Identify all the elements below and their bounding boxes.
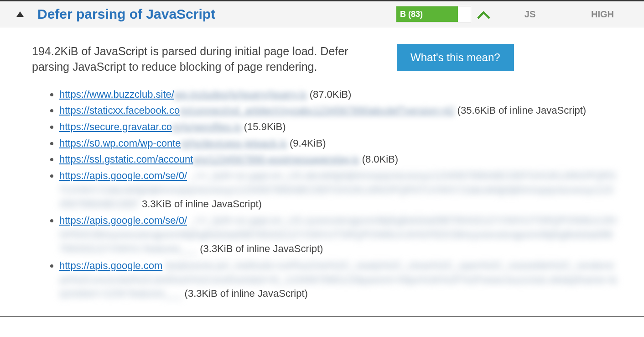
blurred-text: s/o/1234567890-postmessagerelay.js	[193, 153, 359, 165]
score-fill: B (83)	[396, 6, 458, 22]
audit-header[interactable]: Defer parsing of JavaScript B (83) JS HI…	[0, 1, 644, 27]
list-item: https://apis.google.com/se/0/ _/+/_/js/k…	[59, 169, 618, 211]
resource-size: (35.6KiB of inline JavaScript)	[457, 105, 586, 116]
list-item: https://s0.wp.com/wp-content/js/devicepx…	[59, 137, 618, 150]
resource-link[interactable]: https://secure.gravatar.co	[59, 121, 172, 132]
list-item: https://apis.google.com /js/plusone.js#_…	[59, 259, 618, 301]
whats-this-mean-button[interactable]: What's this mean?	[397, 44, 514, 71]
resource-size: (3.3KiB of inline JavaScript)	[185, 288, 308, 299]
resource-size: 3.3KiB of inline JavaScript)	[142, 198, 262, 210]
list-item: https://www.buzzclub.site/wp-includes/js…	[59, 88, 618, 101]
blurred-text: nt/js/devicepx-jetpack.js	[181, 137, 287, 149]
resource-size: (87.0KiB)	[310, 89, 352, 100]
list-item: https://apis.google.com/se/0/ _/+/_/js/k…	[59, 214, 618, 256]
score-bar: B (83)	[396, 6, 471, 22]
resource-link[interactable]: https://ssl.gstatic.com/account	[59, 153, 193, 165]
resource-link[interactable]: https://s0.wp.com/wp-conte	[59, 137, 181, 149]
collapse-caret-icon[interactable]	[16, 11, 24, 17]
audit-description: 194.2KiB of JavaScript is parsed during …	[32, 44, 379, 75]
blurred-text: m/connect/xd_arbiter/r/xyzabc1234567890a…	[180, 105, 454, 116]
resource-link[interactable]: https://apis.google.com	[59, 260, 162, 271]
audit-panel: Defer parsing of JavaScript B (83) JS HI…	[0, 0, 644, 317]
resource-link[interactable]: https://www.buzzclub.site/	[59, 89, 174, 100]
blurred-text: m/js/gprofiles.js	[172, 121, 241, 132]
list-item: https://secure.gravatar.com/js/gprofiles…	[59, 120, 618, 134]
list-item: https://ssl.gstatic.com/accounts/o/12345…	[59, 153, 618, 166]
audit-content: 194.2KiB of JavaScript is parsed during …	[0, 27, 644, 316]
resource-link[interactable]: https://apis.google.com/se/0/	[59, 215, 187, 226]
resource-size: (9.4KiB)	[290, 137, 326, 149]
score-wrap: B (83)	[396, 6, 492, 22]
resource-size: (15.9KiB)	[244, 121, 286, 132]
chevron-up-icon	[478, 10, 489, 18]
resource-size: (3.3KiB of inline JavaScript)	[200, 243, 323, 254]
resource-link[interactable]: https://staticxx.facebook.co	[59, 105, 180, 116]
resource-list: https://www.buzzclub.site/wp-includes/js…	[32, 88, 618, 301]
blurred-text: wp-includes/js/jquery/jquery.js	[174, 89, 307, 100]
audit-priority: HIGH	[568, 9, 637, 20]
score-label: B (83)	[400, 10, 423, 19]
resource-size: (8.0KiB)	[362, 153, 398, 165]
audit-type: JS	[503, 9, 557, 20]
list-item: https://staticxx.facebook.com/connect/xd…	[59, 104, 618, 117]
resource-link[interactable]: https://apis.google.com/se/0/	[59, 170, 187, 181]
audit-title: Defer parsing of JavaScript	[37, 6, 385, 22]
